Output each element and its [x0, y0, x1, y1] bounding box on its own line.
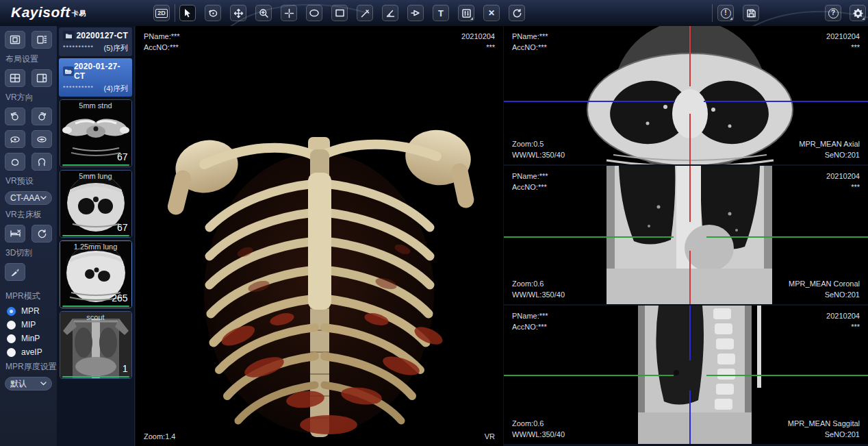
- pointer-tool-button[interactable]: [179, 5, 196, 21]
- rotate-3d-icon: [208, 8, 218, 18]
- chevron-down-icon: [40, 382, 47, 386]
- reset-view-button[interactable]: [509, 5, 525, 21]
- remove-bed-button[interactable]: [5, 225, 25, 243]
- mpr-zoom-overlay: Zoom:0.6 WW/WL:350/40: [512, 278, 565, 300]
- mpr-study-overlay: 20210204 ***: [826, 171, 860, 193]
- reset-icon: [512, 8, 522, 18]
- mpr-study-overlay: 20210204 ***: [826, 310, 860, 332]
- vr-bed-section-label: VR去床板: [5, 209, 51, 221]
- crosshair-horizontal-green[interactable]: [706, 375, 868, 376]
- vr-head-down-button[interactable]: [31, 153, 52, 171]
- vr-back-view-button[interactable]: [31, 130, 52, 148]
- mpr-mode-radio-mpr[interactable]: MPR: [7, 306, 52, 316]
- series-thumbnail-2[interactable]: 5mm lung 67: [60, 170, 132, 238]
- radio-icon: [7, 348, 16, 357]
- load-progress-bar: [62, 235, 129, 236]
- vr-study-overlay: 20210204 ***: [461, 31, 495, 53]
- mpr-mode-radio-mip[interactable]: MIP: [7, 320, 52, 330]
- series-info-button[interactable]: !: [717, 5, 734, 21]
- angle-tool-button[interactable]: [382, 5, 398, 21]
- study-item-1[interactable]: 20200127-CT ********** (5)序列: [59, 27, 132, 56]
- vr-preset-select[interactable]: CT-AAA: [5, 191, 52, 205]
- rectangle-icon: [335, 8, 345, 18]
- load-progress-bar: [62, 376, 129, 377]
- series-thumbnail-1[interactable]: 5mm stnd 67: [60, 99, 132, 167]
- patient-name-masked: **********: [63, 84, 94, 94]
- layout-custom-button[interactable]: [31, 31, 52, 49]
- toolbar-separator: [712, 4, 713, 22]
- measure-length-tool-button[interactable]: [357, 5, 373, 21]
- crosshair-vertical-red[interactable]: [689, 114, 691, 164]
- ellipse-roi-tool-button[interactable]: [306, 5, 322, 21]
- crosshair-vertical-blue[interactable]: [689, 391, 691, 444]
- mpr-mode-radio-minp[interactable]: MinP: [7, 334, 52, 343]
- window-preset-button[interactable]: [458, 5, 474, 21]
- crosshair-horizontal-blue[interactable]: [504, 101, 675, 102]
- mpr-sagittal-viewport[interactable]: PName:*** AccNO:*** 20210204 *** Zoom:0.…: [504, 306, 868, 444]
- thumbnail-title: 5mm stnd: [60, 101, 131, 110]
- mpr-patient-overlay: PName:*** AccNO:***: [512, 31, 548, 53]
- zoom-tool-button[interactable]: [255, 5, 272, 21]
- app-window: Kayisoft卡易 2D: [0, 0, 868, 446]
- study-item-2-selected[interactable]: 2020-01-27-CT ********** (4)序列: [59, 58, 132, 97]
- head-rotate-up-icon: [10, 157, 21, 167]
- mpr-thickness-section-label: MPR厚度设置: [5, 361, 51, 373]
- rectangle-roi-tool-button[interactable]: [331, 5, 348, 21]
- window-level-tool-button[interactable]: [281, 5, 297, 21]
- save-image-button[interactable]: [743, 5, 759, 21]
- delete-annotation-button[interactable]: ✕: [483, 5, 500, 21]
- crosshair-horizontal-green[interactable]: [504, 375, 674, 376]
- series-thumbnail-4[interactable]: scout 1: [60, 311, 132, 379]
- crosshair-vertical-red[interactable]: [689, 251, 691, 304]
- brand-suffix: 卡易: [72, 10, 86, 17]
- 3d-cut-button[interactable]: [5, 263, 25, 281]
- mpr-axial-viewport[interactable]: PName:*** AccNO:*** 20210204 *** Zoom:0.…: [504, 26, 868, 164]
- crosshair-vertical-red[interactable]: [689, 26, 691, 86]
- crosshair-horizontal-green[interactable]: [706, 236, 868, 238]
- text-annotation-button[interactable]: T: [433, 5, 449, 21]
- layout-current-button[interactable]: [5, 31, 25, 49]
- crosshair-horizontal-green[interactable]: [504, 236, 674, 238]
- close-icon: ✕: [488, 9, 495, 17]
- series-thumbnail-3[interactable]: 1.25mm lung 265: [60, 240, 132, 308]
- top-toolbar: Kayisoft卡易 2D: [0, 0, 868, 26]
- rotate-3d-tool-button[interactable]: [205, 5, 221, 21]
- thumbnail-image-scout: [60, 312, 131, 378]
- 2d-view-button[interactable]: 2D: [153, 5, 170, 21]
- chevron-down-icon: [40, 196, 47, 200]
- vr-rotate-left-button[interactable]: [5, 108, 25, 125]
- help-button[interactable]: ?: [825, 5, 841, 21]
- crosshair-vertical-red[interactable]: [689, 166, 691, 222]
- brand-text: Kayisoft: [11, 4, 71, 20]
- crosshair-icon: [284, 8, 294, 18]
- vr-viewport[interactable]: PName:*** AccNO:*** 20210204 *** Zoom:1.…: [136, 26, 503, 446]
- reset-icon: [37, 229, 47, 239]
- mpr-zoom-overlay: Zoom:0.5 WW/WL:350/40: [512, 138, 565, 160]
- patient-name-masked: **********: [63, 43, 94, 53]
- pan-icon: [233, 8, 244, 18]
- settings-button[interactable]: [850, 5, 866, 21]
- crosshair-vertical-blue[interactable]: [689, 306, 691, 360]
- rotate-left-icon: [10, 112, 21, 122]
- series-count: (4)序列: [104, 84, 128, 94]
- cobb-angle-tool-button[interactable]: [407, 5, 424, 21]
- mpr-mode-radio-aveip[interactable]: aveIP: [7, 347, 52, 357]
- layout-section-label: 布局设置: [5, 53, 51, 65]
- pan-tool-button[interactable]: [230, 5, 246, 21]
- vr-rotate-right-button[interactable]: [31, 108, 52, 125]
- layout-grid-2x2-button[interactable]: [5, 69, 25, 87]
- vr-front-view-button[interactable]: [5, 130, 25, 148]
- help-icon: ?: [828, 8, 839, 18]
- eye-front-icon: [10, 134, 21, 145]
- thumbnail-image-number: 67: [117, 151, 128, 162]
- eye-back-icon: [36, 134, 47, 145]
- layout-icon: [10, 35, 21, 45]
- layout-1-plus-side-button[interactable]: [31, 69, 52, 87]
- pencil-measure-icon: [360, 8, 370, 18]
- mpr-thickness-select[interactable]: 默认: [5, 377, 52, 391]
- mpr-coronal-viewport[interactable]: PName:*** AccNO:*** 20210204 *** Zoom:0.…: [504, 166, 868, 304]
- vr-head-up-button[interactable]: [5, 153, 25, 171]
- restore-bed-button[interactable]: [31, 225, 52, 243]
- crosshair-horizontal-blue[interactable]: [704, 101, 868, 102]
- vr-preset-section-label: VR预设: [5, 175, 51, 187]
